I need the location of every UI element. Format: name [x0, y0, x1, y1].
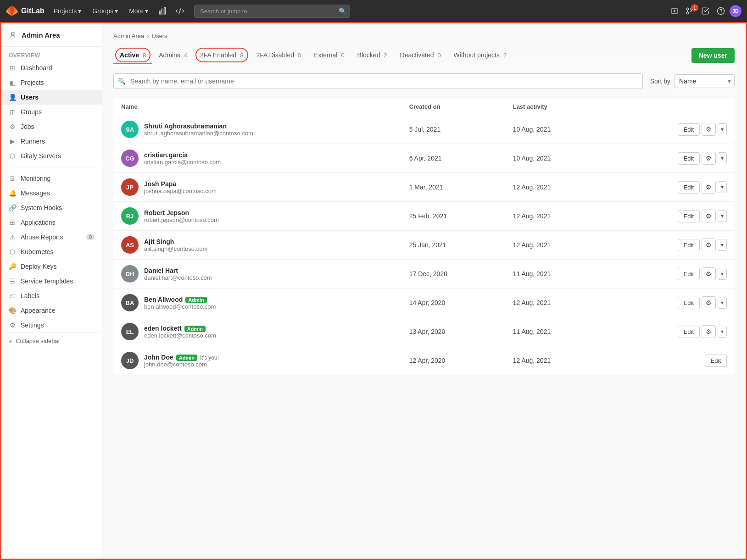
user-search-input[interactable] — [113, 73, 643, 89]
new-item-icon[interactable] — [668, 6, 681, 17]
dropdown-caret-button[interactable]: ▾ — [718, 239, 727, 251]
col-name: Name — [114, 99, 402, 115]
dropdown-caret-button[interactable]: ▾ — [718, 181, 727, 193]
search-input[interactable] — [194, 5, 350, 18]
user-cell: EL eden lockettAdmin eden.lockett@contos… — [121, 323, 395, 340]
table-row: BA Ben AllwoodAdmin ben.allwood@contoso.… — [114, 288, 735, 317]
appearance-icon: 🎨 — [9, 307, 16, 314]
user-name-row: Ajit Singh — [144, 238, 207, 245]
user-cell: RJ Robert Jepson robert.jepson@contoso.c… — [121, 207, 395, 225]
gitlab-logo[interactable]: GitLab — [6, 5, 45, 17]
tab-admins[interactable]: Admins 4 — [152, 47, 194, 64]
sort-wrapper: Name Oldest sign in Recent sign in Oldes… — [674, 74, 735, 88]
sidebar-item-projects[interactable]: ◧ Projects — [1, 75, 102, 90]
sidebar-item-applications[interactable]: ⊞ Applications — [1, 215, 102, 230]
user-avatar[interactable]: JD — [730, 5, 741, 17]
gitaly-icon: ⬡ — [9, 152, 16, 160]
last-activity-date: 12 Aug, 2021 — [513, 241, 551, 249]
user-avatar: JP — [121, 178, 139, 196]
help-icon[interactable] — [714, 5, 728, 17]
gear-button[interactable]: ⚙ — [702, 238, 716, 251]
tab-external[interactable]: External 0 — [307, 47, 351, 64]
sidebar: Admin Area Overview ⊞ Dashboard ◧ Projec… — [1, 23, 102, 559]
merge-requests-badge: 1 — [691, 4, 698, 11]
edit-button[interactable]: Edit — [678, 152, 700, 165]
edit-button[interactable]: Edit — [678, 326, 700, 338]
dropdown-caret-button[interactable]: ▾ — [718, 152, 727, 164]
user-search-box: 🔍 — [113, 73, 643, 89]
gear-button[interactable]: ⚙ — [702, 152, 716, 165]
action-cell: Edit ⚙ ▾ — [616, 210, 727, 222]
sidebar-item-dashboard[interactable]: ⊞ Dashboard — [1, 61, 102, 75]
gear-button[interactable]: ⚙ — [702, 267, 716, 280]
sidebar-item-groups[interactable]: ◫ Groups — [1, 105, 102, 119]
last-activity-date: 10 Aug, 2021 — [513, 126, 551, 133]
breadcrumb-admin-area[interactable]: Admin Area — [113, 33, 144, 39]
sidebar-item-system-hooks[interactable]: 🔗 System Hooks — [1, 200, 102, 215]
user-email: robert.jepson@contoso.com — [144, 216, 219, 223]
tab-2fa-enabled[interactable]: 2FA Enabled 8 — [194, 47, 250, 64]
new-user-button[interactable]: New user — [691, 48, 735, 63]
user-cell: JP Josh Papa joshua.papa@contoso.com — [121, 178, 395, 196]
code-icon[interactable] — [173, 5, 187, 17]
user-email: shruti.aghorasubramanian@contoso.com — [144, 130, 253, 137]
action-cell: Edit — [616, 355, 727, 367]
merge-requests-icon[interactable]: 1 — [683, 5, 697, 17]
edit-button[interactable]: Edit — [678, 239, 700, 251]
messages-icon: 🔔 — [9, 189, 16, 197]
gear-button[interactable]: ⚙ — [702, 296, 716, 309]
dropdown-caret-button[interactable]: ▾ — [718, 297, 727, 309]
sort-area: Sort by Name Oldest sign in Recent sign … — [650, 74, 735, 88]
gear-button[interactable]: ⚙ — [702, 325, 716, 338]
gear-button[interactable]: ⚙ — [702, 210, 716, 222]
main-content: Admin Area › Users Active 8 Admins 4 2FA… — [102, 23, 746, 559]
collapse-sidebar-btn[interactable]: « Collapse sidebar — [1, 333, 102, 349]
user-avatar: SA — [121, 121, 139, 138]
edit-button[interactable]: Edit — [705, 355, 727, 367]
sidebar-item-kubernetes[interactable]: ⬡ Kubernetes — [1, 244, 102, 259]
svg-line-3 — [179, 8, 181, 14]
breadcrumb-separator: › — [147, 33, 149, 39]
tab-blocked[interactable]: Blocked 2 — [351, 47, 394, 64]
sidebar-item-labels[interactable]: 🏷 Labels — [1, 288, 102, 303]
sidebar-header: Admin Area — [1, 23, 102, 47]
dropdown-caret-button[interactable]: ▾ — [718, 210, 727, 222]
todos-icon[interactable] — [698, 5, 712, 17]
sidebar-item-monitoring[interactable]: 🖥 Monitoring — [1, 171, 102, 186]
sort-select[interactable]: Name Oldest sign in Recent sign in Oldes… — [674, 74, 735, 88]
dropdown-caret-button[interactable]: ▾ — [718, 268, 727, 280]
sidebar-item-settings[interactable]: ⚙ Settings — [1, 318, 102, 333]
edit-button[interactable]: Edit — [678, 181, 700, 194]
sidebar-item-abuse-reports[interactable]: ⚠ Abuse Reports 0 — [1, 230, 102, 244]
nav-groups[interactable]: Groups ▾ — [89, 6, 122, 17]
gear-button[interactable]: ⚙ — [702, 123, 716, 136]
sidebar-item-appearance[interactable]: 🎨 Appearance — [1, 303, 102, 318]
table-row: EL eden lockettAdmin eden.lockett@contos… — [114, 317, 735, 346]
sidebar-item-jobs[interactable]: ⚙ Jobs — [1, 119, 102, 134]
gear-button[interactable]: ⚙ — [702, 181, 716, 194]
edit-button[interactable]: Edit — [678, 297, 700, 309]
tab-without-projects[interactable]: Without projects 2 — [447, 47, 513, 64]
edit-button[interactable]: Edit — [678, 210, 700, 222]
deploy-keys-icon: 🔑 — [9, 263, 16, 270]
sidebar-item-runners[interactable]: ▶ Runners — [1, 134, 102, 149]
analytics-icon[interactable] — [156, 5, 169, 17]
tab-active[interactable]: Active 8 — [113, 47, 152, 64]
sidebar-item-users[interactable]: 👤 Users — [1, 90, 102, 105]
nav-projects[interactable]: Projects ▾ — [50, 6, 85, 17]
sidebar-item-gitaly[interactable]: ⬡ Gitaly Servers — [1, 149, 102, 163]
tabs-row: Active 8 Admins 4 2FA Enabled 8 2FA Disa… — [113, 47, 735, 64]
dropdown-caret-button[interactable]: ▾ — [718, 123, 727, 135]
tab-2fa-disabled[interactable]: 2FA Disabled 0 — [250, 47, 308, 64]
dropdown-caret-button[interactable]: ▾ — [718, 326, 727, 338]
edit-button[interactable]: Edit — [678, 123, 700, 136]
tab-deactivated[interactable]: Deactivated 0 — [394, 47, 447, 64]
edit-button[interactable]: Edit — [678, 268, 700, 280]
sidebar-item-messages[interactable]: 🔔 Messages — [1, 186, 102, 200]
col-last-activity: Last activity — [506, 99, 609, 115]
nav-more[interactable]: More ▾ — [125, 6, 152, 17]
sidebar-item-deploy-keys[interactable]: 🔑 Deploy Keys — [1, 259, 102, 274]
settings-icon: ⚙ — [9, 322, 16, 329]
sidebar-item-service-templates[interactable]: ☰ Service Templates — [1, 274, 102, 288]
search-box-icon: 🔍 — [118, 78, 126, 85]
